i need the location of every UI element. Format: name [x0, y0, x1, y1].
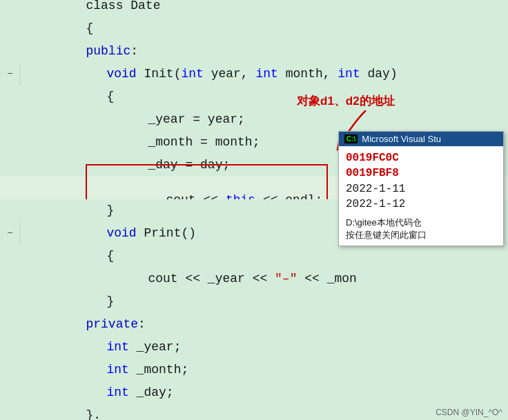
- line-content-19: }.: [21, 381, 101, 420]
- annotation-text: 对象d1、d2的地址: [297, 93, 395, 109]
- code-line-19: }.: [0, 404, 508, 420]
- popup-press: 按任意键关闭此窗口: [346, 229, 496, 241]
- popup-addr1: 0019FC0C: [346, 150, 496, 166]
- popup-body: 0019FC0C 0019FBF8 2022-1-11 2022-1-12 D:…: [339, 146, 503, 246]
- gutter-4: −: [0, 63, 21, 86]
- popup-date2: 2022-1-12: [346, 197, 496, 212]
- watermark: CSDN @YIN_^O^: [436, 408, 502, 417]
- popup-title: Microsoft Visual Stu: [362, 134, 441, 144]
- popup-titlebar: C:\ Microsoft Visual Stu: [339, 132, 503, 146]
- gutter-11: −: [0, 222, 21, 245]
- popup-path: D:\gitee本地代码仓: [346, 217, 496, 229]
- popup-dialog: C:\ Microsoft Visual Stu 0019FC0C 0019FB…: [338, 131, 504, 246]
- popup-titlebar-icon: C:\: [344, 134, 358, 143]
- editor-area: class Date { public: − void Init(int yea…: [0, 0, 508, 420]
- popup-date1: 2022-1-11: [346, 181, 496, 197]
- popup-addr2: 0019FBF8: [346, 166, 496, 181]
